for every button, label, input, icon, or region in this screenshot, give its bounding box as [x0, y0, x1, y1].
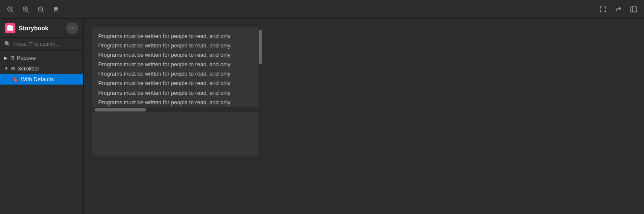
fullscreen-button[interactable] [596, 3, 610, 16]
chevron-right-icon: ▶ [4, 56, 8, 60]
svg-line-4 [27, 11, 29, 12]
main-layout: Storybook ··· 🔍 Press "/" to search... ▶… [0, 19, 644, 214]
component-icon: ⊞ [10, 55, 14, 61]
horizontal-scrollbar[interactable] [92, 107, 258, 112]
sidebar-nav: ▶ ⊞ Popover ▼ ⊞ Scrollbar 🔖 With Default… [0, 51, 83, 214]
zoom-out-button[interactable] [3, 3, 17, 16]
sidebar-item-popover[interactable]: ▶ ⊞ Popover [0, 53, 83, 63]
sidebar: Storybook ··· 🔍 Press "/" to search... ▶… [0, 19, 84, 214]
chevron-down-icon: ▼ [4, 66, 9, 71]
demo-line-6: Programs must be written for people to r… [98, 79, 257, 88]
with-defaults-label: With Defaults [21, 76, 79, 82]
scrollbar-label: Scrollbar [17, 65, 79, 72]
demo-box-inner: Programs must be written for people to r… [92, 27, 263, 155]
svg-line-8 [42, 11, 44, 12]
sidebar-toggle-button[interactable] [627, 3, 641, 16]
content-area: Programs must be written for people to r… [84, 19, 644, 214]
popover-label: Popover [17, 55, 79, 61]
share-button[interactable] [612, 3, 625, 16]
demo-content: Programs must be written for people to r… [92, 27, 263, 112]
zoom-in-button[interactable] [19, 3, 32, 16]
toolbar-right [596, 3, 641, 16]
vertical-scroll-thumb[interactable] [259, 30, 262, 64]
vertical-scrollbar[interactable] [258, 27, 263, 155]
storybook-logo [5, 23, 15, 33]
component-icon-2: ⊞ [11, 66, 15, 71]
more-options-button[interactable]: ··· [66, 22, 78, 34]
search-input-wrap[interactable]: 🔍 Press "/" to search... [4, 41, 79, 47]
sidebar-item-with-defaults[interactable]: 🔖 With Defaults [0, 74, 83, 85]
paragraph-button[interactable] [50, 3, 63, 16]
more-icon: ··· [70, 25, 75, 32]
toolbar-left: 1 [3, 3, 63, 16]
search-icon: 🔍 [4, 41, 11, 47]
search-placeholder: Press "/" to search... [13, 41, 60, 47]
demo-line-7: Programs must be written for people to r… [98, 88, 257, 98]
zoom-reset-button[interactable]: 1 [34, 3, 48, 16]
sidebar-search[interactable]: 🔍 Press "/" to search... [0, 38, 83, 51]
bookmark-icon: 🔖 [12, 76, 18, 82]
demo-line-8: Programs must be written for people to r… [98, 98, 257, 107]
sidebar-header: Storybook ··· [0, 19, 83, 38]
demo-line-2: Programs must be written for people to r… [98, 41, 257, 50]
toolbar: 1 [0, 0, 644, 19]
demo-line-3: Programs must be written for people to r… [98, 50, 257, 60]
horizontal-scroll-thumb[interactable] [95, 108, 146, 111]
demo-box: Programs must be written for people to r… [92, 27, 263, 155]
svg-text:1: 1 [39, 8, 41, 11]
sidebar-item-scrollbar[interactable]: ▼ ⊞ Scrollbar [0, 63, 83, 74]
demo-line-5: Programs must be written for people to r… [98, 69, 257, 79]
svg-rect-10 [631, 7, 637, 12]
demo-line-1: Programs must be written for people to r… [98, 32, 257, 41]
storybook-title-text: Storybook [19, 25, 63, 32]
demo-line-4: Programs must be written for people to r… [98, 60, 257, 69]
svg-line-1 [12, 11, 13, 12]
